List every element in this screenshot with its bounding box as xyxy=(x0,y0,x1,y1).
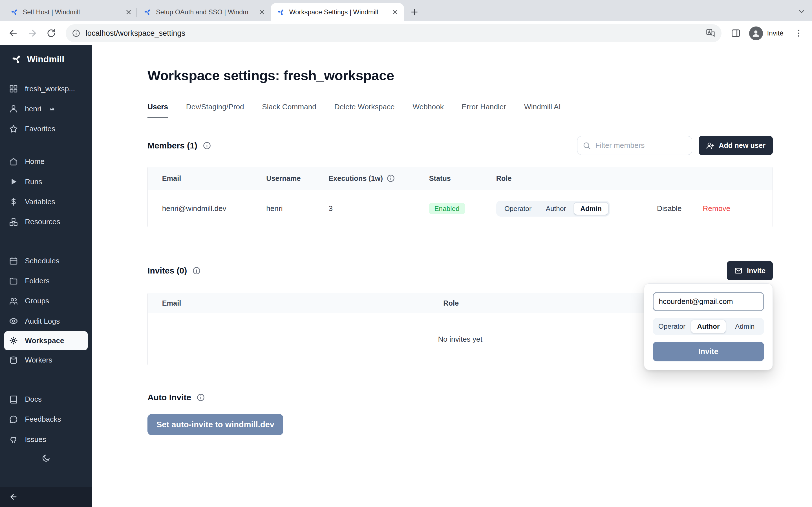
tab-dev-staging-prod[interactable]: Dev/Staging/Prod xyxy=(186,103,244,119)
tab-close-icon[interactable] xyxy=(124,8,133,17)
browser-tabstrip: Self Host | Windmill Setup OAuth and SSO… xyxy=(0,0,812,21)
sidebar-item-workspace[interactable]: Workspace xyxy=(4,331,88,350)
member-status: Enabled xyxy=(429,203,496,214)
user-menu[interactable]: henri xyxy=(0,99,92,119)
member-actions: Disable Remove xyxy=(655,204,772,213)
sidebar-item-runs[interactable]: Runs xyxy=(0,172,92,191)
app-shell: Windmill fresh_worksp... henri Favorites… xyxy=(0,45,812,507)
column-username: Username xyxy=(266,174,328,182)
info-icon[interactable] xyxy=(192,267,201,275)
add-new-user-button[interactable]: Add new user xyxy=(699,136,773,155)
role-toggle-group: Operator Author Admin xyxy=(496,201,610,217)
role-operator-button[interactable]: Operator xyxy=(654,320,690,334)
browser-tab-1[interactable]: Self Host | Windmill xyxy=(4,3,138,21)
users-icon xyxy=(9,297,18,305)
play-icon xyxy=(9,177,18,186)
mail-icon xyxy=(734,267,743,275)
tab-users[interactable]: Users xyxy=(147,103,168,119)
invite-submit-button[interactable]: Invite xyxy=(653,342,764,361)
browser-menu-icon[interactable] xyxy=(790,24,808,42)
back-button[interactable] xyxy=(4,24,22,42)
filter-members-field[interactable] xyxy=(577,136,693,155)
crown-icon xyxy=(49,106,55,112)
role-admin-button[interactable]: Admin xyxy=(574,202,608,215)
sidebar-item-label: Folders xyxy=(25,277,50,285)
tab-close-icon[interactable] xyxy=(257,8,266,17)
tab-error-handler[interactable]: Error Handler xyxy=(462,103,506,119)
tab-list-chevron-icon[interactable] xyxy=(797,7,808,16)
info-icon[interactable] xyxy=(203,142,211,150)
tab-webhook[interactable]: Webhook xyxy=(412,103,444,119)
book-icon xyxy=(9,395,18,404)
refresh-button[interactable] xyxy=(42,24,60,42)
translate-icon[interactable] xyxy=(706,29,715,38)
sidebar-item-label: Favorites xyxy=(25,124,55,133)
role-operator-button[interactable]: Operator xyxy=(498,202,538,215)
column-email: Email xyxy=(148,174,266,182)
sidebar-item-workers[interactable]: Workers xyxy=(0,350,92,370)
disable-button[interactable]: Disable xyxy=(657,204,682,213)
dollar-icon xyxy=(9,197,18,206)
sidebar-item-home[interactable]: Home xyxy=(0,152,92,172)
remove-button[interactable]: Remove xyxy=(703,204,730,213)
browser-profile-button[interactable]: Invité xyxy=(746,26,789,40)
address-bar[interactable]: localhost/workspace_settings xyxy=(66,24,722,42)
sidebar-item-favorites[interactable]: Favorites xyxy=(0,119,92,139)
profile-avatar xyxy=(749,26,763,40)
gear-icon xyxy=(9,336,18,345)
windmill-logo-icon xyxy=(11,54,22,64)
tab-close-icon[interactable] xyxy=(391,8,400,17)
moon-icon xyxy=(42,454,50,463)
members-heading: Members (1) xyxy=(147,141,197,151)
windmill-favicon-icon xyxy=(144,8,152,16)
add-new-user-label: Add new user xyxy=(719,142,765,150)
tab-delete-workspace[interactable]: Delete Workspace xyxy=(335,103,395,119)
column-status: Status xyxy=(429,174,496,182)
sidebar-item-issues[interactable]: Issues xyxy=(0,429,92,449)
invites-section: Invites (0) Invite Email Role No invites… xyxy=(147,261,773,365)
set-auto-invite-button[interactable]: Set auto-invite to windmill.dev xyxy=(147,414,283,435)
role-author-button[interactable]: Author xyxy=(691,320,726,334)
dark-mode-toggle[interactable] xyxy=(0,450,92,467)
sidebar-collapse-button[interactable] xyxy=(0,487,92,507)
windmill-logo[interactable]: Windmill xyxy=(0,45,92,73)
info-icon[interactable] xyxy=(387,174,395,182)
sidebar-item-audit-logs[interactable]: Audit Logs xyxy=(0,311,92,331)
sidebar-item-variables[interactable]: Variables xyxy=(0,192,92,212)
browser-tab-active[interactable]: Workspace Settings | Windmill xyxy=(271,3,404,21)
tab-slack-command[interactable]: Slack Command xyxy=(262,103,316,119)
sidebar-item-feedbacks[interactable]: Feedbacks xyxy=(0,409,92,429)
members-table: Email Username Executions (1w) Status Ro… xyxy=(147,167,773,228)
workspace-switcher[interactable]: fresh_worksp... xyxy=(0,78,92,99)
browser-tab-2[interactable]: Setup OAuth and SSO | Windm xyxy=(138,3,271,21)
invite-email-input[interactable] xyxy=(653,292,764,311)
invite-popover: Operator Author Admin Invite xyxy=(644,283,773,370)
sidebar-item-folders[interactable]: Folders xyxy=(0,271,92,291)
sidebar-item-groups[interactable]: Groups xyxy=(0,291,92,311)
main-content: Workspace settings: fresh_workspace User… xyxy=(92,45,812,507)
grid-icon xyxy=(9,84,18,93)
side-panel-icon[interactable] xyxy=(727,24,745,42)
member-row: henri@windmill.dev henri 3 Enabled Opera… xyxy=(148,190,772,227)
chat-icon xyxy=(9,415,18,424)
site-info-icon[interactable] xyxy=(72,29,80,38)
divider xyxy=(0,74,92,75)
member-email: henri@windmill.dev xyxy=(148,204,266,213)
filter-members-input[interactable] xyxy=(595,141,687,150)
sidebar-item-schedules[interactable]: Schedules xyxy=(0,251,92,271)
invites-heading: Invites (0) xyxy=(147,266,187,276)
forward-button[interactable] xyxy=(23,24,42,42)
new-tab-button[interactable] xyxy=(407,5,422,20)
sidebar-item-docs[interactable]: Docs xyxy=(0,389,92,409)
invite-button-label: Invite xyxy=(747,267,765,275)
sidebar-item-label: Docs xyxy=(25,395,42,404)
calendar-icon xyxy=(9,256,18,265)
tab-windmill-ai[interactable]: Windmill AI xyxy=(524,103,561,119)
role-admin-button[interactable]: Admin xyxy=(727,320,763,334)
invite-button[interactable]: Invite xyxy=(727,261,773,280)
sidebar-item-label: Issues xyxy=(25,435,46,444)
role-author-button[interactable]: Author xyxy=(539,202,573,215)
info-icon[interactable] xyxy=(197,393,205,402)
sidebar-item-resources[interactable]: Resources xyxy=(0,212,92,232)
column-email: Email xyxy=(148,299,443,307)
